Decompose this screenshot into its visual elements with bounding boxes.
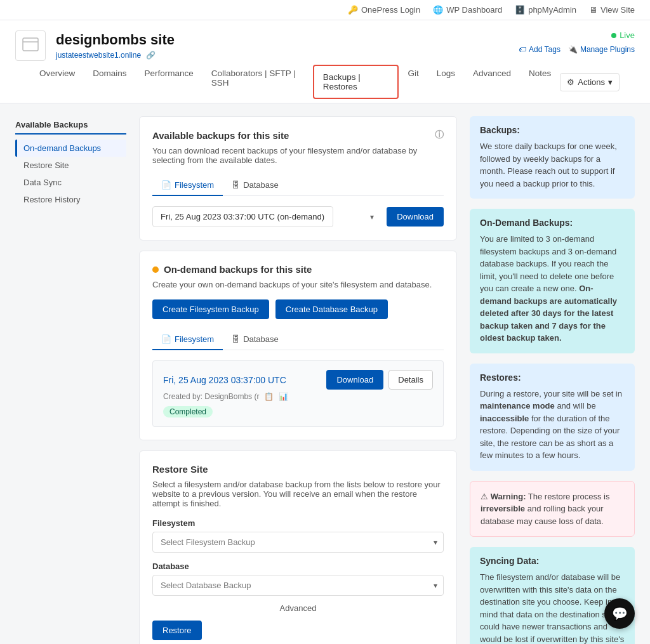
site-url-link[interactable]: justateestwebsite1.online: [56, 51, 141, 60]
sidebar-item-history[interactable]: Restore History: [15, 191, 126, 208]
info-backups-title: Backups:: [480, 125, 625, 135]
restore-site-desc: Select a filesystem and/or database back…: [152, 480, 444, 508]
ondemand-backups-card: On-demand backups for this site Create y…: [139, 251, 457, 440]
tab-git[interactable]: Git: [399, 61, 427, 103]
tag-links: 🏷 Add Tags 🔌 Manage Plugins: [519, 45, 635, 54]
ondemand-title: On-demand backups for this site: [164, 264, 312, 275]
tab-performance[interactable]: Performance: [136, 61, 202, 103]
info-backups-card: Backups: We store daily backups for one …: [470, 116, 635, 199]
date-dropdown-row: Fri, 25 Aug 2023 03:37:00 UTC (on-demand…: [152, 206, 444, 227]
monitor-icon: 🖥: [589, 5, 597, 15]
restore-site-title: Restore Site: [152, 464, 444, 475]
actions-button[interactable]: ⚙ Actions ▾: [560, 73, 620, 91]
backup-details-button[interactable]: Details: [388, 370, 433, 390]
site-info: designbombs site justateestwebsite1.onli…: [15, 30, 175, 61]
tab-filesystem[interactable]: 📄 Filesystem: [152, 175, 223, 196]
warning-icon: ⚠: [481, 492, 491, 501]
tab-domains[interactable]: Domains: [84, 61, 135, 103]
tab-notes[interactable]: Notes: [520, 61, 560, 103]
chevron-down-icon: ▾: [608, 77, 613, 87]
create-filesystem-backup-button[interactable]: Create Filesystem Backup: [152, 299, 269, 319]
live-dot: [611, 33, 616, 38]
onepress-icon: 🔑: [348, 5, 358, 15]
restore-button[interactable]: Restore: [152, 621, 202, 640]
wp-icon: 🌐: [433, 5, 443, 15]
tab-logs[interactable]: Logs: [428, 61, 464, 103]
phpmyadmin-link[interactable]: 🗄️ phpMyAdmin: [515, 5, 576, 15]
download-button[interactable]: Download: [387, 207, 444, 227]
database-select[interactable]: Select Database Backup: [152, 575, 444, 596]
database-label: Database: [152, 562, 444, 571]
filesystem-select[interactable]: Select Filesystem Backup: [152, 532, 444, 553]
warning-text: ⚠ Warning: The restore process is irreve…: [481, 490, 624, 528]
database-select-wrapper: Select Database Backup: [152, 575, 444, 596]
sidebar-section-title: Available Backups: [15, 116, 126, 135]
ondemand-inner-tabs: 📄 Filesystem 🗄 Database: [152, 329, 444, 350]
info-ondemand-card: On-Demand Backups: You are limited to 3 …: [470, 209, 635, 353]
available-backups-card: Available backups for this site ⓘ You ca…: [139, 116, 457, 240]
site-title: designbombs site: [56, 32, 175, 48]
info-syncing-title: Syncing Data:: [480, 556, 625, 566]
sidebar-item-restore[interactable]: Restore Site: [15, 157, 126, 174]
view-site-link[interactable]: 🖥 View Site: [589, 5, 635, 15]
info-warning-card: ⚠ Warning: The restore process is irreve…: [470, 481, 635, 537]
tab-backups-restores[interactable]: Backups | Restores: [313, 65, 399, 99]
chat-icon: 💬: [612, 606, 628, 621]
yellow-dot: [152, 266, 159, 273]
nav-bar: Overview Domains Performance Collaborato…: [15, 61, 635, 103]
sidebar-item-datasync[interactable]: Data Sync: [15, 174, 126, 191]
wp-dashboard-link[interactable]: 🌐 WP Dashboard: [433, 5, 502, 15]
available-backups-title: Available backups for this site ⓘ: [152, 129, 444, 141]
header: designbombs site justateestwebsite1.onli…: [0, 20, 650, 103]
plugin-icon: 🔌: [568, 45, 578, 54]
waveform-icon: 📊: [279, 392, 288, 401]
backup-meta: Created by: DesignBombs (r 📋 📊: [163, 392, 433, 401]
add-tags-link[interactable]: 🏷 Add Tags: [519, 45, 560, 54]
backup-download-button[interactable]: Download: [326, 370, 383, 390]
advanced-link[interactable]: Advanced: [152, 603, 444, 613]
sidebar-item-ondemand[interactable]: On-demand Backups: [15, 140, 126, 157]
filesystem-label: Filesystem: [152, 518, 444, 528]
info-panel: Backups: We store daily backups for one …: [470, 116, 635, 644]
tab-collaborators[interactable]: Collaborators | SFTP | SSH: [202, 61, 313, 103]
content-area: Available backups for this site ⓘ You ca…: [139, 116, 457, 644]
create-database-backup-button[interactable]: Create Database Backup: [275, 299, 388, 319]
ondemand-action-buttons: Create Filesystem Backup Create Database…: [152, 299, 444, 319]
info-icon[interactable]: ⓘ: [435, 129, 444, 141]
info-ondemand-text: You are limited to 3 on-demand filesyste…: [480, 233, 625, 345]
ondemand-tab-filesystem[interactable]: 📄 Filesystem: [152, 329, 223, 350]
external-link-icon[interactable]: 🔗: [146, 51, 156, 60]
svg-rect-0: [23, 38, 38, 51]
onepress-login-link[interactable]: 🔑 OnePress Login: [348, 5, 420, 15]
info-restores-card: Restores: During a restore, your site wi…: [470, 364, 635, 471]
backup-item-actions: Download Details: [326, 370, 433, 390]
site-icon: [15, 30, 46, 61]
backup-list-item: Fri, 25 Aug 2023 03:37:00 UTC Download D…: [152, 360, 444, 427]
filesystem-select-wrapper: Select Filesystem Backup: [152, 532, 444, 553]
status-badge: Completed: [163, 406, 213, 417]
backup-item-header: Fri, 25 Aug 2023 03:37:00 UTC Download D…: [163, 370, 433, 390]
chat-bubble-button[interactable]: 💬: [604, 598, 635, 629]
db-icon2: 🗄: [232, 334, 240, 344]
nav-tabs: Overview Domains Performance Collaborato…: [30, 61, 560, 103]
top-bar: 🔑 OnePress Login 🌐 WP Dashboard 🗄️ phpMy…: [0, 0, 650, 20]
available-backups-desc: You can download recent backups of your …: [152, 146, 444, 165]
db-tab-icon: 🗄: [232, 180, 240, 190]
ondemand-title-row: On-demand backups for this site: [152, 264, 444, 275]
tab-advanced[interactable]: Advanced: [464, 61, 520, 103]
manage-plugins-link[interactable]: 🔌 Manage Plugins: [568, 45, 635, 54]
db-icon: 🗄️: [515, 5, 525, 15]
file-icon2: 📄: [161, 334, 171, 344]
info-restores-title: Restores:: [480, 372, 625, 383]
ondemand-desc: Create your own on-demand backups of you…: [152, 280, 444, 289]
file-thumb-icon: 📋: [264, 392, 274, 401]
tab-overview[interactable]: Overview: [30, 61, 84, 103]
backup-date-link[interactable]: Fri, 25 Aug 2023 03:37:00 UTC: [163, 375, 286, 385]
info-syncing-text: The filesystem and/or database will be o…: [480, 571, 625, 644]
date-select[interactable]: Fri, 25 Aug 2023 03:37:00 UTC (on-demand…: [152, 206, 333, 227]
tab-database[interactable]: 🗄 Database: [223, 175, 288, 196]
info-ondemand-title: On-Demand Backups:: [480, 218, 625, 228]
ondemand-tab-database[interactable]: 🗄 Database: [223, 329, 288, 350]
sidebar: Available Backups On-demand Backups Rest…: [15, 116, 126, 644]
restore-site-card: Restore Site Select a filesystem and/or …: [139, 450, 457, 644]
